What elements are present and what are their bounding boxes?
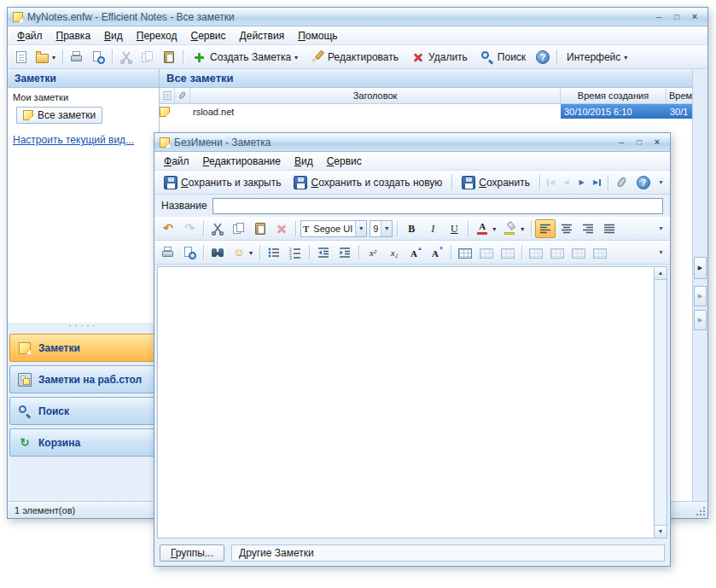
menu-tools[interactable]: Сервис	[320, 153, 369, 170]
edit-note-button[interactable]: Редактировать	[305, 48, 405, 67]
main-titlebar[interactable]: MyNotes.enfw - Efficient Notes - Все зам…	[8, 8, 707, 26]
menu-help[interactable]: Помощь	[291, 27, 344, 44]
table-properties-button[interactable]	[476, 244, 497, 261]
expand-panel-button[interactable]	[694, 286, 707, 306]
scroll-down-icon[interactable]	[655, 525, 667, 538]
font-size-select[interactable]: 9	[370, 220, 393, 237]
decrease-indent-button[interactable]	[313, 243, 334, 262]
paste-button[interactable]	[250, 219, 271, 238]
resize-grip[interactable]	[695, 505, 706, 516]
delete-table-button[interactable]	[498, 244, 518, 261]
find-button[interactable]	[207, 243, 228, 262]
align-left-button[interactable]	[535, 219, 556, 238]
insert-column-button[interactable]	[568, 244, 589, 261]
attach-file-button[interactable]	[612, 173, 632, 192]
numbered-list-button[interactable]: 123	[285, 243, 306, 262]
minimize-icon[interactable]	[651, 10, 667, 23]
column-attachment[interactable]	[175, 88, 190, 104]
chevron-down-icon[interactable]	[381, 221, 392, 236]
cut-button[interactable]	[116, 48, 137, 67]
toolbar-overflow-button[interactable]	[655, 217, 667, 240]
save-and-close-button[interactable]: Сохранить и закрыть	[158, 173, 287, 192]
editor-scrollbar[interactable]	[654, 266, 667, 539]
increase-indent-button[interactable]	[335, 243, 355, 262]
group-field[interactable]: Другие Заметки	[231, 544, 665, 562]
cut-button[interactable]	[207, 219, 228, 238]
grow-font-button[interactable]	[405, 243, 426, 262]
next-record-button[interactable]	[574, 174, 589, 191]
nav-search[interactable]: Поиск	[9, 397, 157, 425]
column-icon[interactable]	[160, 88, 175, 104]
print-button[interactable]	[158, 243, 178, 262]
font-color-button[interactable]	[472, 219, 499, 238]
toolbar-overflow-button[interactable]	[655, 241, 667, 264]
delete-column-button[interactable]	[590, 244, 610, 261]
subscript-button[interactable]	[384, 243, 405, 262]
tree-root-label[interactable]: Мои заметки	[8, 90, 159, 105]
menu-tools[interactable]: Сервис	[183, 27, 232, 44]
delete-note-button[interactable]: Удалить	[405, 48, 474, 67]
delete-text-button[interactable]	[271, 219, 292, 238]
sidebar-splitter[interactable]	[8, 323, 159, 330]
superscript-button[interactable]	[363, 243, 383, 262]
italic-button[interactable]	[422, 219, 443, 238]
menu-file[interactable]: Файл	[10, 27, 49, 44]
table-row[interactable]: rsload.net 30/10/2015 6:10 30/1	[160, 104, 692, 119]
save-button[interactable]: Сохранить	[456, 173, 536, 192]
insert-row-button[interactable]	[526, 244, 546, 261]
last-record-button[interactable]	[590, 174, 604, 191]
minimize-icon[interactable]	[614, 136, 629, 148]
create-note-button[interactable]: Создать Заметка	[187, 48, 304, 67]
previous-record-button[interactable]	[559, 174, 573, 191]
column-modified[interactable]: Врем	[667, 88, 692, 104]
help-button[interactable]	[633, 173, 654, 192]
insert-table-button[interactable]	[455, 244, 475, 261]
scroll-up-icon[interactable]	[655, 267, 667, 280]
shrink-font-button[interactable]	[427, 243, 447, 262]
search-button[interactable]: Поиск	[474, 48, 532, 67]
close-icon[interactable]	[649, 136, 665, 148]
nav-trash[interactable]: Корзина	[9, 428, 157, 457]
underline-button[interactable]	[444, 219, 464, 238]
groups-button[interactable]: Группы...	[160, 544, 224, 562]
align-center-button[interactable]	[556, 219, 577, 238]
maximize-icon[interactable]	[632, 136, 647, 148]
tree-item-all-notes[interactable]: Все заметки	[16, 107, 102, 124]
first-record-button[interactable]	[544, 174, 558, 191]
highlight-color-button[interactable]	[500, 219, 527, 238]
bullet-list-button[interactable]	[264, 243, 284, 262]
customize-view-link[interactable]: Настроить текущий вид...	[13, 134, 154, 146]
menu-edit[interactable]: Редактирование	[196, 153, 288, 170]
column-created[interactable]: Время создания	[561, 88, 667, 104]
menu-edit[interactable]: Правка	[49, 27, 98, 44]
menu-file[interactable]: Файл	[157, 153, 196, 170]
insert-emoticon-button[interactable]	[229, 243, 256, 262]
close-icon[interactable]	[687, 10, 702, 23]
note-titlebar[interactable]: БезИмени - Заметка	[154, 133, 670, 152]
paste-button[interactable]	[159, 48, 179, 67]
nav-notes[interactable]: Заметки	[9, 334, 157, 362]
align-justify-button[interactable]	[599, 219, 620, 238]
print-preview-button[interactable]	[179, 243, 200, 262]
maximize-icon[interactable]	[669, 10, 684, 23]
note-title-input[interactable]	[212, 198, 663, 214]
new-note-button[interactable]	[11, 48, 32, 67]
redo-button[interactable]	[179, 219, 200, 238]
menu-view[interactable]: Вид	[97, 27, 130, 44]
column-title[interactable]: Заголовок	[190, 88, 561, 104]
print-preview-button[interactable]	[88, 48, 108, 67]
delete-row-button[interactable]	[547, 244, 568, 261]
menu-go[interactable]: Переход	[130, 27, 184, 44]
note-editor[interactable]	[157, 266, 654, 539]
bold-button[interactable]	[401, 219, 422, 238]
save-and-new-button[interactable]: Сохранить и создать новую	[288, 173, 448, 192]
interface-button[interactable]: Интерфейс	[561, 49, 633, 66]
expand-panel-button[interactable]	[694, 257, 707, 279]
undo-button[interactable]	[158, 219, 178, 238]
copy-button[interactable]	[137, 48, 158, 67]
open-button[interactable]	[32, 49, 59, 66]
print-button[interactable]	[67, 48, 87, 67]
toolbar-overflow-button[interactable]	[655, 171, 667, 194]
help-button[interactable]	[533, 48, 553, 67]
align-right-button[interactable]	[578, 219, 598, 238]
